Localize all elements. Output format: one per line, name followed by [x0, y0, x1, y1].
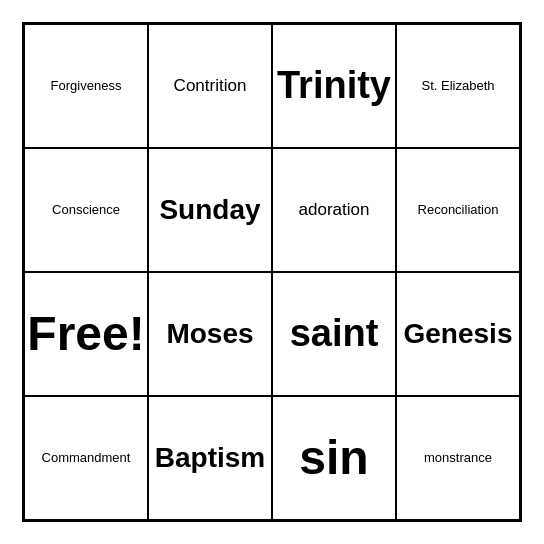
bingo-board: ForgivenessContritionTrinitySt. Elizabet… [22, 22, 522, 522]
bingo-cell: Baptism [148, 396, 272, 520]
bingo-cell: Moses [148, 272, 272, 396]
bingo-cell: Sunday [148, 148, 272, 272]
cell-text: Free! [27, 305, 144, 363]
cell-text: Baptism [155, 441, 265, 475]
bingo-cell: monstrance [396, 396, 520, 520]
bingo-cell: Free! [24, 272, 148, 396]
cell-text: St. Elizabeth [422, 78, 495, 94]
cell-text: Reconciliation [418, 202, 499, 218]
cell-text: saint [290, 311, 379, 357]
bingo-cell: saint [272, 272, 396, 396]
cell-text: Contrition [174, 76, 247, 96]
bingo-cell: Reconciliation [396, 148, 520, 272]
cell-text: Genesis [404, 317, 513, 351]
bingo-cell: sin [272, 396, 396, 520]
bingo-cell: Contrition [148, 24, 272, 148]
cell-text: sin [299, 429, 368, 487]
cell-text: adoration [299, 200, 370, 220]
bingo-cell: Commandment [24, 396, 148, 520]
cell-text: Forgiveness [51, 78, 122, 94]
bingo-cell: Trinity [272, 24, 396, 148]
cell-text: Sunday [159, 193, 260, 227]
cell-text: Trinity [277, 63, 391, 109]
bingo-cell: Genesis [396, 272, 520, 396]
cell-text: Commandment [42, 450, 131, 466]
cell-text: Conscience [52, 202, 120, 218]
bingo-cell: St. Elizabeth [396, 24, 520, 148]
cell-text: monstrance [424, 450, 492, 466]
bingo-cell: Forgiveness [24, 24, 148, 148]
bingo-cell: Conscience [24, 148, 148, 272]
bingo-cell: adoration [272, 148, 396, 272]
cell-text: Moses [166, 317, 253, 351]
